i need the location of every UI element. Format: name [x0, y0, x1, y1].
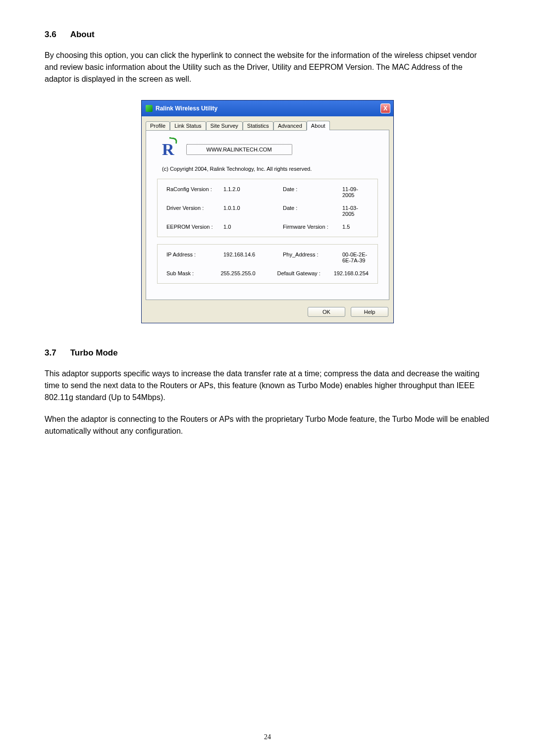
section-37-heading: 3.7Turbo Mode — [45, 348, 490, 358]
sub-mask-label: Sub Mask : — [166, 270, 220, 276]
eeprom-version-value: 1.0 — [223, 224, 283, 230]
phy-address-label: Phy_Address : — [283, 252, 342, 263]
section-title: Turbo Mode — [70, 348, 118, 357]
website-link-button[interactable]: WWW.RALINKTECH.COM — [186, 144, 292, 155]
tab-advanced[interactable]: Advanced — [273, 121, 307, 131]
ralink-logo-icon: R — [162, 140, 174, 159]
tab-strip: Profile Link Status Site Survey Statisti… — [142, 116, 393, 130]
driver-version-value: 1.0.1.0 — [223, 205, 283, 217]
tab-about[interactable]: About — [307, 121, 330, 130]
ip-address-label: IP Address : — [166, 252, 223, 263]
section-37-paragraph-1: This adaptor supports specific ways to i… — [45, 368, 490, 403]
tab-profile[interactable]: Profile — [146, 121, 170, 131]
driver-date-label: Date : — [283, 205, 342, 217]
copyright-text: (c) Copyright 2004, Ralink Technology, I… — [157, 166, 378, 172]
default-gateway-value: 192.168.0.254 — [334, 270, 369, 276]
raconfig-date-label: Date : — [283, 186, 342, 198]
section-37-paragraph-2: When the adaptor is connecting to the Ro… — [45, 413, 490, 437]
tab-site-survey[interactable]: Site Survey — [206, 121, 243, 131]
close-icon[interactable]: X — [380, 103, 390, 113]
default-gateway-label: Default Gateway : — [277, 270, 334, 276]
raconfig-version-value: 1.1.2.0 — [223, 186, 283, 198]
tab-statistics[interactable]: Statistics — [243, 121, 273, 131]
section-title: About — [70, 30, 95, 39]
firmware-version-value: 1.5 — [342, 224, 369, 230]
dialog-button-row: OK Help — [142, 304, 393, 323]
section-36-heading: 3.6About — [45, 30, 490, 40]
section-num: 3.6 — [45, 30, 56, 40]
tab-link-status[interactable]: Link Status — [170, 121, 206, 131]
section-36-paragraph: By choosing this option, you can click t… — [45, 50, 490, 85]
firmware-version-label: Firmware Version : — [283, 224, 342, 230]
dialog-titlebar: Ralink Wireless Utility X — [142, 101, 393, 116]
ip-address-value: 192.168.14.6 — [223, 252, 283, 263]
help-button[interactable]: Help — [351, 307, 388, 317]
dialog-title: Ralink Wireless Utility — [156, 105, 217, 112]
sub-mask-value: 255.255.255.0 — [220, 270, 277, 276]
raconfig-version-label: RaConfig Version : — [166, 186, 223, 198]
section-num: 3.7 — [45, 348, 56, 358]
phy-address-value: 00-0E-2E-6E-7A-39 — [342, 252, 369, 263]
network-info-group: IP Address : 192.168.14.6 Phy_Address : … — [157, 244, 378, 284]
eeprom-version-label: EEPROM Version : — [166, 224, 223, 230]
about-panel: R WWW.RALINKTECH.COM (c) Copyright 2004,… — [146, 130, 389, 300]
dialog-screenshot: Ralink Wireless Utility X Profile Link S… — [45, 100, 490, 323]
version-info-group: RaConfig Version : 1.1.2.0 Date : 11-09-… — [157, 179, 378, 237]
ok-button[interactable]: OK — [308, 307, 345, 317]
app-icon — [146, 105, 153, 112]
raconfig-date-value: 11-09-2005 — [342, 186, 369, 198]
driver-version-label: Driver Version : — [166, 205, 223, 217]
driver-date-value: 11-03-2005 — [342, 205, 369, 217]
page-number: 24 — [0, 733, 535, 741]
